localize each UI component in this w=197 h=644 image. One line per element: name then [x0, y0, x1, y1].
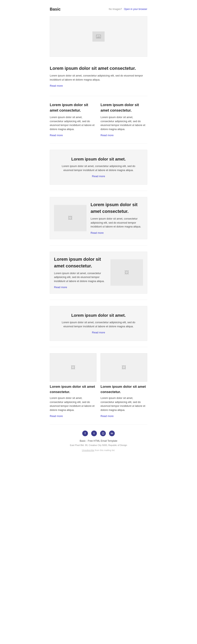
section-4-body: Lorem ipsum dolor sit amet, consectetur …: [91, 217, 143, 229]
section-6-title: Lorem ipsum dolor sit amet.: [58, 312, 139, 318]
section-5-text: Lorem ipsum dolor sit amet consectetur. …: [54, 256, 106, 290]
email-wrapper: Basic No Images? Open in your browser Lo…: [48, 0, 149, 460]
section-2-right-read-more[interactable]: Read more: [101, 134, 114, 137]
section-1-body: Lorem ipsum dolor sit amet, consectetur …: [50, 74, 147, 82]
section-7-left-read-more[interactable]: Read more: [50, 414, 63, 418]
divider-3: [50, 191, 147, 191]
image-icon-7b: 🖼: [122, 364, 126, 371]
section-5-body: Lorem ipsum dolor sit amet, consectetur …: [54, 271, 106, 283]
section-3-body: Lorem ipsum dolor sit amet, consectetur …: [58, 164, 139, 172]
divider-4: [50, 245, 147, 246]
section-7-left: 🖼 Lorem ipsum dolor sit amet consectetur…: [50, 353, 96, 418]
section-2-left-read-more[interactable]: Read more: [50, 134, 63, 137]
section-4-text: Lorem ipsum dolor sit amet consectetur. …: [91, 201, 143, 235]
section-7-right-image: 🖼: [101, 353, 147, 382]
section-5-image: 🖼: [110, 259, 143, 286]
section-2-two-col: Lorem ipsum dolor sit amet consectetur. …: [50, 102, 147, 137]
section-7-left-image: 🖼: [50, 353, 96, 382]
open-in-browser-link[interactable]: Open in your browser: [124, 8, 147, 10]
section-6-body: Lorem ipsum dolor sit amet, consectetur …: [58, 320, 139, 328]
no-images-text: No Images?: [109, 8, 122, 10]
image-icon-7a: 🖼: [71, 364, 75, 371]
section-3-read-more[interactable]: Read more: [92, 175, 105, 178]
image-icon-5: 🖼: [124, 269, 129, 276]
instagram-icon[interactable]: ◻: [100, 430, 106, 436]
section-2-right: Lorem ipsum dolor sit amet consectetur. …: [101, 102, 147, 137]
section-7-left-body: Lorem ipsum dolor sit amet, consectetur …: [50, 396, 96, 412]
image-icon-4: 🖼: [68, 215, 73, 221]
section-2-right-body: Lorem ipsum dolor sit amet, consectetur …: [101, 115, 147, 131]
section-6-read-more[interactable]: Read more: [92, 331, 105, 334]
section-5-title: Lorem ipsum dolor sit amet consectetur.: [54, 256, 106, 269]
section-1-read-more[interactable]: Read more: [50, 84, 63, 87]
linkedin-icon[interactable]: in: [109, 430, 115, 436]
social-icons: f t ◻ in: [50, 430, 147, 436]
instagram-label: ◻: [102, 431, 104, 436]
twitter-icon[interactable]: t: [91, 430, 97, 436]
section-2-right-title: Lorem ipsum dolor sit amet consectetur.: [101, 102, 147, 113]
section-4-title: Lorem ipsum dolor sit amet consectetur.: [91, 201, 143, 215]
footer-unsubscribe: Unsubscribe from this mailing list.: [50, 448, 147, 452]
hero-image-placeholder: [92, 32, 105, 42]
divider-5: [50, 300, 147, 300]
section-7-right-body: Lorem ipsum dolor sit amet, consectetur …: [101, 396, 147, 412]
hero-image-block: [50, 16, 147, 57]
unsubscribe-link[interactable]: Unsubscribe: [82, 449, 94, 452]
linkedin-label: in: [111, 431, 113, 436]
facebook-label: f: [85, 431, 86, 436]
divider-6: [50, 347, 147, 347]
section-7-right-read-more[interactable]: Read more: [101, 414, 114, 418]
section-7-left-title: Lorem ipsum dolor sit amet consectetur.: [50, 384, 96, 394]
footer-address: East Pixel Bld. 99, Creative City 5000, …: [50, 444, 147, 447]
section-1-title: Lorem ipsum dolor sit amet consectetur.: [50, 65, 147, 72]
header-right: No Images? Open in your browser: [109, 7, 147, 11]
section-5-read-more[interactable]: Read more: [54, 286, 67, 289]
brand-title: Basic: [50, 6, 61, 12]
divider-2: [50, 144, 147, 144]
section-3-title: Lorem ipsum dolor sit amet.: [58, 156, 139, 162]
section-5-image-right: Lorem ipsum dolor sit amet consectetur. …: [50, 252, 147, 294]
section-4-image-left: 🖼 Lorem ipsum dolor sit amet consectetur…: [50, 197, 147, 239]
section-4-read-more[interactable]: Read more: [91, 231, 104, 234]
email-footer: f t ◻ in Basic - Free HTML Email Templat…: [50, 424, 147, 456]
section-4-image: 🖼: [54, 205, 87, 231]
section-2-left-title: Lorem ipsum dolor sit amet consectetur.: [50, 102, 96, 113]
twitter-label: t: [94, 431, 94, 436]
section-7-right-title: Lorem ipsum dolor sit amet consectetur.: [101, 384, 147, 394]
section-6-centered: Lorem ipsum dolor sit amet. Lorem ipsum …: [50, 306, 147, 341]
section-7-two-col-images: 🖼 Lorem ipsum dolor sit amet consectetur…: [50, 353, 147, 418]
section-3-centered: Lorem ipsum dolor sit amet. Lorem ipsum …: [50, 150, 147, 185]
divider-1: [50, 96, 147, 96]
footer-name: Basic - Free HTML Email Template: [50, 439, 147, 443]
section-1: Lorem ipsum dolor sit amet consectetur. …: [50, 63, 147, 90]
section-2-left: Lorem ipsum dolor sit amet consectetur. …: [50, 102, 96, 137]
unsubscribe-suffix: from this mailing list.: [95, 449, 115, 452]
facebook-icon[interactable]: f: [82, 430, 88, 436]
email-header: Basic No Images? Open in your browser: [50, 4, 147, 16]
section-7-right: 🖼 Lorem ipsum dolor sit amet consectetur…: [101, 353, 147, 418]
section-2-left-body: Lorem ipsum dolor sit amet, consectetur …: [50, 115, 96, 131]
